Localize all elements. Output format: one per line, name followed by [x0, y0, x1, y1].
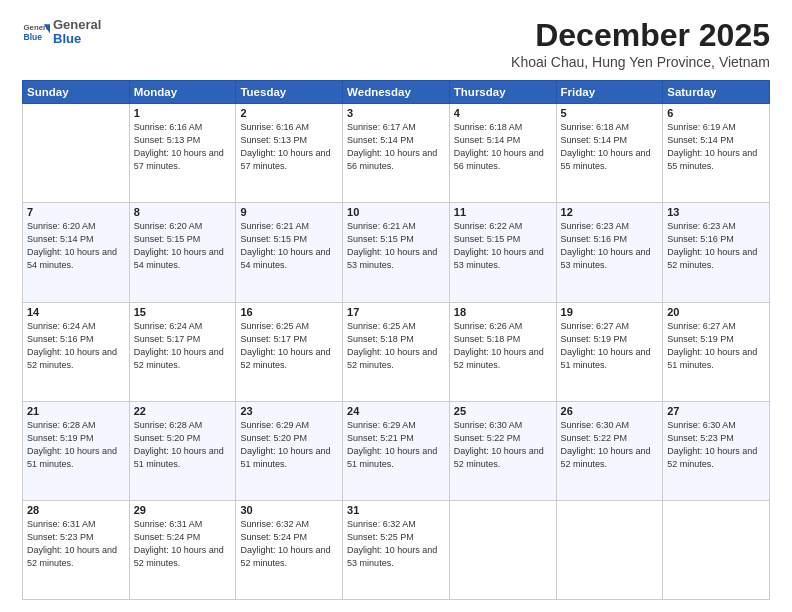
- cell-info: Sunrise: 6:24 AMSunset: 5:17 PMDaylight:…: [134, 320, 232, 372]
- cell-date: 10: [347, 206, 445, 218]
- calendar-cell: 14Sunrise: 6:24 AMSunset: 5:16 PMDayligh…: [23, 302, 130, 401]
- calendar-cell: 29Sunrise: 6:31 AMSunset: 5:24 PMDayligh…: [129, 500, 236, 599]
- cell-info: Sunrise: 6:16 AMSunset: 5:13 PMDaylight:…: [240, 121, 338, 173]
- cell-info: Sunrise: 6:29 AMSunset: 5:21 PMDaylight:…: [347, 419, 445, 471]
- calendar-cell: 23Sunrise: 6:29 AMSunset: 5:20 PMDayligh…: [236, 401, 343, 500]
- cell-info: Sunrise: 6:31 AMSunset: 5:23 PMDaylight:…: [27, 518, 125, 570]
- cell-date: 3: [347, 107, 445, 119]
- cell-info: Sunrise: 6:20 AMSunset: 5:14 PMDaylight:…: [27, 220, 125, 272]
- calendar-cell: 2Sunrise: 6:16 AMSunset: 5:13 PMDaylight…: [236, 104, 343, 203]
- cell-info: Sunrise: 6:20 AMSunset: 5:15 PMDaylight:…: [134, 220, 232, 272]
- calendar-cell: 19Sunrise: 6:27 AMSunset: 5:19 PMDayligh…: [556, 302, 663, 401]
- logo-blue: Blue: [53, 32, 101, 46]
- calendar-cell: 31Sunrise: 6:32 AMSunset: 5:25 PMDayligh…: [343, 500, 450, 599]
- weekday-monday: Monday: [129, 81, 236, 104]
- calendar-cell: 28Sunrise: 6:31 AMSunset: 5:23 PMDayligh…: [23, 500, 130, 599]
- cell-date: 19: [561, 306, 659, 318]
- calendar-cell: 30Sunrise: 6:32 AMSunset: 5:24 PMDayligh…: [236, 500, 343, 599]
- calendar-cell: 26Sunrise: 6:30 AMSunset: 5:22 PMDayligh…: [556, 401, 663, 500]
- calendar-cell: 10Sunrise: 6:21 AMSunset: 5:15 PMDayligh…: [343, 203, 450, 302]
- cell-date: 4: [454, 107, 552, 119]
- calendar-cell: 25Sunrise: 6:30 AMSunset: 5:22 PMDayligh…: [449, 401, 556, 500]
- cell-info: Sunrise: 6:31 AMSunset: 5:24 PMDaylight:…: [134, 518, 232, 570]
- calendar-cell: 21Sunrise: 6:28 AMSunset: 5:19 PMDayligh…: [23, 401, 130, 500]
- cell-date: 23: [240, 405, 338, 417]
- weekday-saturday: Saturday: [663, 81, 770, 104]
- svg-text:Blue: Blue: [24, 32, 43, 42]
- cell-date: 17: [347, 306, 445, 318]
- cell-date: 2: [240, 107, 338, 119]
- calendar-cell: 16Sunrise: 6:25 AMSunset: 5:17 PMDayligh…: [236, 302, 343, 401]
- cell-info: Sunrise: 6:18 AMSunset: 5:14 PMDaylight:…: [561, 121, 659, 173]
- weekday-friday: Friday: [556, 81, 663, 104]
- cell-info: Sunrise: 6:17 AMSunset: 5:14 PMDaylight:…: [347, 121, 445, 173]
- cell-date: 12: [561, 206, 659, 218]
- week-row-2: 7Sunrise: 6:20 AMSunset: 5:14 PMDaylight…: [23, 203, 770, 302]
- cell-info: Sunrise: 6:28 AMSunset: 5:20 PMDaylight:…: [134, 419, 232, 471]
- cell-info: Sunrise: 6:30 AMSunset: 5:22 PMDaylight:…: [561, 419, 659, 471]
- logo-text: General Blue: [53, 18, 101, 47]
- cell-info: Sunrise: 6:16 AMSunset: 5:13 PMDaylight:…: [134, 121, 232, 173]
- cell-date: 5: [561, 107, 659, 119]
- cell-date: 7: [27, 206, 125, 218]
- calendar-cell: 8Sunrise: 6:20 AMSunset: 5:15 PMDaylight…: [129, 203, 236, 302]
- cell-date: 9: [240, 206, 338, 218]
- calendar-cell: [663, 500, 770, 599]
- week-row-4: 21Sunrise: 6:28 AMSunset: 5:19 PMDayligh…: [23, 401, 770, 500]
- weekday-thursday: Thursday: [449, 81, 556, 104]
- calendar-cell: 12Sunrise: 6:23 AMSunset: 5:16 PMDayligh…: [556, 203, 663, 302]
- cell-date: 15: [134, 306, 232, 318]
- calendar-cell: 11Sunrise: 6:22 AMSunset: 5:15 PMDayligh…: [449, 203, 556, 302]
- cell-date: 29: [134, 504, 232, 516]
- week-row-3: 14Sunrise: 6:24 AMSunset: 5:16 PMDayligh…: [23, 302, 770, 401]
- calendar-table: SundayMondayTuesdayWednesdayThursdayFrid…: [22, 80, 770, 600]
- cell-info: Sunrise: 6:21 AMSunset: 5:15 PMDaylight:…: [240, 220, 338, 272]
- calendar-cell: 18Sunrise: 6:26 AMSunset: 5:18 PMDayligh…: [449, 302, 556, 401]
- page: General Blue General Blue December 2025 …: [0, 0, 792, 612]
- cell-info: Sunrise: 6:23 AMSunset: 5:16 PMDaylight:…: [667, 220, 765, 272]
- calendar-cell: 5Sunrise: 6:18 AMSunset: 5:14 PMDaylight…: [556, 104, 663, 203]
- title-block: December 2025 Khoai Chau, Hung Yen Provi…: [511, 18, 770, 70]
- weekday-tuesday: Tuesday: [236, 81, 343, 104]
- calendar-cell: 20Sunrise: 6:27 AMSunset: 5:19 PMDayligh…: [663, 302, 770, 401]
- calendar-cell: [449, 500, 556, 599]
- cell-date: 14: [27, 306, 125, 318]
- calendar-cell: 7Sunrise: 6:20 AMSunset: 5:14 PMDaylight…: [23, 203, 130, 302]
- cell-info: Sunrise: 6:21 AMSunset: 5:15 PMDaylight:…: [347, 220, 445, 272]
- cell-info: Sunrise: 6:30 AMSunset: 5:23 PMDaylight:…: [667, 419, 765, 471]
- calendar-cell: [556, 500, 663, 599]
- cell-info: Sunrise: 6:18 AMSunset: 5:14 PMDaylight:…: [454, 121, 552, 173]
- cell-date: 31: [347, 504, 445, 516]
- cell-info: Sunrise: 6:23 AMSunset: 5:16 PMDaylight:…: [561, 220, 659, 272]
- calendar-cell: 9Sunrise: 6:21 AMSunset: 5:15 PMDaylight…: [236, 203, 343, 302]
- cell-info: Sunrise: 6:29 AMSunset: 5:20 PMDaylight:…: [240, 419, 338, 471]
- cell-info: Sunrise: 6:25 AMSunset: 5:18 PMDaylight:…: [347, 320, 445, 372]
- cell-date: 13: [667, 206, 765, 218]
- logo-general: General: [53, 18, 101, 32]
- week-row-1: 1Sunrise: 6:16 AMSunset: 5:13 PMDaylight…: [23, 104, 770, 203]
- calendar-cell: 13Sunrise: 6:23 AMSunset: 5:16 PMDayligh…: [663, 203, 770, 302]
- calendar-cell: 6Sunrise: 6:19 AMSunset: 5:14 PMDaylight…: [663, 104, 770, 203]
- calendar-cell: 4Sunrise: 6:18 AMSunset: 5:14 PMDaylight…: [449, 104, 556, 203]
- cell-date: 21: [27, 405, 125, 417]
- cell-date: 11: [454, 206, 552, 218]
- calendar-cell: 1Sunrise: 6:16 AMSunset: 5:13 PMDaylight…: [129, 104, 236, 203]
- cell-date: 22: [134, 405, 232, 417]
- weekday-sunday: Sunday: [23, 81, 130, 104]
- weekday-header-row: SundayMondayTuesdayWednesdayThursdayFrid…: [23, 81, 770, 104]
- calendar-cell: 17Sunrise: 6:25 AMSunset: 5:18 PMDayligh…: [343, 302, 450, 401]
- cell-date: 27: [667, 405, 765, 417]
- cell-info: Sunrise: 6:22 AMSunset: 5:15 PMDaylight:…: [454, 220, 552, 272]
- cell-date: 30: [240, 504, 338, 516]
- cell-date: 6: [667, 107, 765, 119]
- cell-date: 16: [240, 306, 338, 318]
- header: General Blue General Blue December 2025 …: [22, 18, 770, 70]
- cell-date: 18: [454, 306, 552, 318]
- calendar-cell: 3Sunrise: 6:17 AMSunset: 5:14 PMDaylight…: [343, 104, 450, 203]
- cell-info: Sunrise: 6:19 AMSunset: 5:14 PMDaylight:…: [667, 121, 765, 173]
- cell-info: Sunrise: 6:26 AMSunset: 5:18 PMDaylight:…: [454, 320, 552, 372]
- calendar-cell: 24Sunrise: 6:29 AMSunset: 5:21 PMDayligh…: [343, 401, 450, 500]
- cell-info: Sunrise: 6:27 AMSunset: 5:19 PMDaylight:…: [667, 320, 765, 372]
- cell-info: Sunrise: 6:27 AMSunset: 5:19 PMDaylight:…: [561, 320, 659, 372]
- month-title: December 2025: [511, 18, 770, 53]
